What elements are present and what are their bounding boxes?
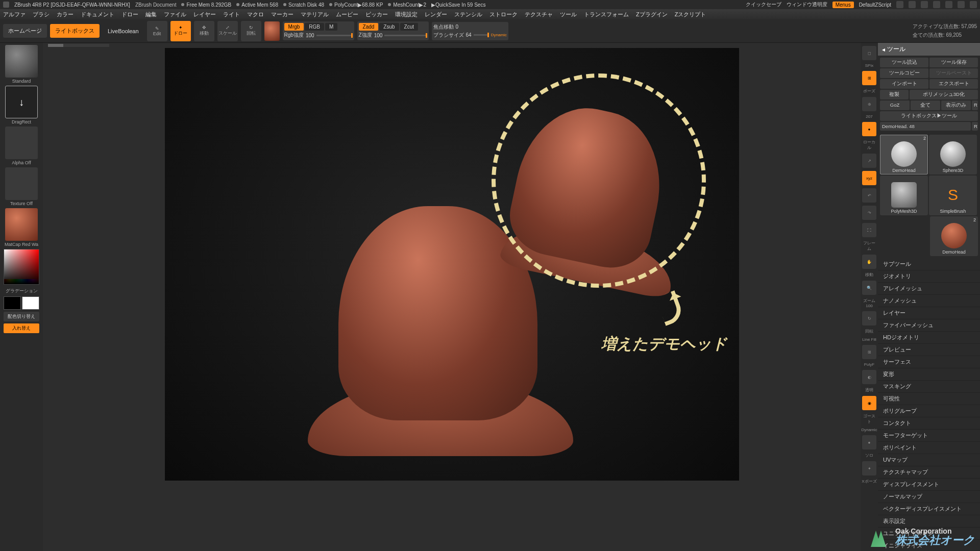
rotate-view-button[interactable]: ↻ (862, 311, 876, 325)
menu-zplugin[interactable]: Zプラグイン (636, 11, 668, 18)
quicksave-link[interactable]: クイックセーブ (746, 1, 781, 8)
tool-poly3d-button[interactable]: ポリメッシュ3D化 (910, 90, 978, 99)
solo-button[interactable]: ● (862, 435, 876, 449)
menu-layer[interactable]: レイヤー (193, 11, 216, 18)
acc-morph[interactable]: モーフターゲット (878, 430, 980, 442)
tool-copy-button[interactable]: ツールコピー (880, 68, 928, 78)
menu-picker[interactable]: ピッカー (365, 11, 388, 18)
minimize-icon[interactable] (945, 1, 952, 8)
menu-stroke[interactable]: ストローク (489, 11, 518, 18)
polyf-button[interactable]: ⊞ (862, 345, 876, 359)
acc-layers[interactable]: レイヤー (878, 307, 980, 319)
tool-export-button[interactable]: エクスポート (929, 79, 978, 89)
material-selector[interactable] (5, 208, 38, 241)
menu-color[interactable]: カラー (57, 11, 74, 18)
acc-subtool[interactable]: サブツール (878, 258, 980, 270)
acc-display[interactable]: 表示設定 (878, 515, 980, 528)
m-chip[interactable]: M (325, 23, 337, 31)
zoom-button[interactable]: ⊕ (862, 97, 876, 111)
tool-clone-button[interactable]: 複製 (880, 90, 909, 99)
current-r-button[interactable]: R (972, 122, 978, 131)
acc-arraymesh[interactable]: アレイメッシュ (878, 283, 980, 295)
edit-mode-button[interactable]: ✎Edit (147, 21, 167, 41)
zcut-chip[interactable]: Zcut (400, 23, 418, 31)
swatch-white[interactable] (22, 296, 39, 310)
acc-polypaint[interactable]: ポリペイント (878, 442, 980, 454)
brush-selector[interactable] (5, 45, 38, 78)
thumb-demohead2[interactable]: 2DemoHead (930, 216, 978, 256)
lock-icon[interactable] (933, 1, 940, 8)
acc-normalmap[interactable]: ノーマルマップ (878, 491, 980, 503)
menu-preferences[interactable]: 環境設定 (395, 11, 418, 18)
thumb-sphere3d[interactable]: Sphere3D (929, 135, 977, 174)
viewport[interactable]: 増えたデモヘッド (165, 48, 739, 481)
help-icon[interactable] (921, 1, 928, 8)
xyz2-button[interactable]: xyz (862, 171, 876, 185)
acc-uvmap[interactable]: UVマップ (878, 454, 980, 466)
acc-hdgeometry[interactable]: HDジオメトリ (878, 332, 980, 344)
menu-zscript[interactable]: Zスクリプト (675, 11, 706, 18)
lightbox-button[interactable]: ライトボックス (50, 24, 100, 38)
default-zscript[interactable]: DefaultZScript (859, 2, 891, 8)
tool-load-button[interactable]: ツール読込 (880, 58, 928, 67)
color-picker[interactable] (4, 249, 39, 285)
acc-masking[interactable]: マスキング (878, 381, 980, 393)
canvas-scrollbar[interactable] (48, 44, 109, 47)
acc-contact[interactable]: コンタクト (878, 417, 980, 430)
switch-color-button[interactable]: 配色切り替え (4, 312, 39, 321)
menu-transform[interactable]: トランスフォーム (584, 11, 629, 18)
brushsize-slider[interactable] (474, 34, 489, 36)
zsub-chip[interactable]: Zsub (379, 23, 399, 31)
move-view-button[interactable]: ✋ (862, 255, 876, 269)
current-tool-button[interactable]: DemoHead. 48 (880, 122, 971, 131)
menu-render[interactable]: レンダー (425, 11, 447, 18)
thumb-demohead[interactable]: 2DemoHead (880, 135, 928, 174)
lightbox-tool-button[interactable]: ライトボックス▶ツール (880, 111, 978, 121)
alpha-selector[interactable] (5, 127, 38, 159)
mrgb-chip[interactable]: Mrgb (284, 23, 304, 31)
menu-macro[interactable]: マクロ (247, 11, 264, 18)
z-intensity-slider[interactable] (384, 35, 427, 36)
tool-save-button[interactable]: ツール保存 (929, 58, 978, 67)
local-button[interactable]: ● (862, 122, 876, 136)
swap-color-button[interactable]: 入れ替え (4, 323, 39, 333)
acc-preview[interactable]: プレビュー (878, 344, 980, 356)
menus-button[interactable]: Menus (832, 2, 854, 8)
menu-tool[interactable]: ツール (560, 11, 577, 18)
pose-button[interactable]: ⊞ (862, 71, 876, 85)
xpose-button[interactable]: ✦ (862, 461, 876, 475)
menu-draw[interactable]: ドロー (121, 11, 138, 18)
rotate-mode-button[interactable]: ↻回転 (241, 21, 261, 41)
scale-mode-button[interactable]: ⤢スケール (217, 21, 238, 41)
redo-button[interactable]: ↷ (862, 206, 876, 220)
thumb-simplebrush[interactable]: SSimpleBrush (929, 176, 977, 215)
menu-document[interactable]: ドキュメント (81, 11, 114, 18)
thumb-polymesh3d[interactable]: PolyMesh3D (880, 176, 928, 215)
liveboolean-button[interactable]: LiveBoolean (103, 25, 144, 37)
rgb-intensity-slider[interactable] (316, 35, 353, 36)
menu-alpha[interactable]: アルファ (3, 11, 26, 18)
window-transparency[interactable]: ウィンドウ透明度 (787, 1, 827, 8)
xyz-button[interactable]: ↗ (862, 154, 876, 168)
acc-vectordisp[interactable]: ベクターディスプレイスメント (878, 503, 980, 515)
zoom100-button[interactable]: 🔍 (862, 281, 876, 295)
material-swatch[interactable] (264, 21, 280, 41)
layout2-icon[interactable] (909, 1, 916, 8)
acc-visibility[interactable]: 可視性 (878, 393, 980, 405)
goz-r-button[interactable]: R (972, 101, 978, 110)
acc-displacement[interactable]: ディスプレイスメント (878, 479, 980, 491)
menu-material[interactable]: マテリアル (301, 11, 329, 18)
tool-paste-button[interactable]: ツールペースト (929, 68, 978, 78)
stroke-selector[interactable]: ↓ (5, 86, 38, 118)
spix-button[interactable]: ◻ (862, 46, 876, 60)
acc-deformation[interactable]: 変形 (878, 368, 980, 381)
menu-brush[interactable]: ブラシ (33, 11, 50, 18)
undo-button[interactable]: ↶ (862, 188, 876, 203)
layout-icon[interactable] (896, 1, 903, 8)
menu-texture[interactable]: テクスチャ (525, 11, 553, 18)
tool-import-button[interactable]: インポート (880, 79, 928, 89)
menu-stencil[interactable]: ステンシル (454, 11, 482, 18)
goz-button[interactable]: GoZ (880, 101, 910, 110)
move-mode-button[interactable]: ✥移動 (194, 21, 214, 41)
acc-nanomesh[interactable]: ナノメッシュ (878, 295, 980, 307)
